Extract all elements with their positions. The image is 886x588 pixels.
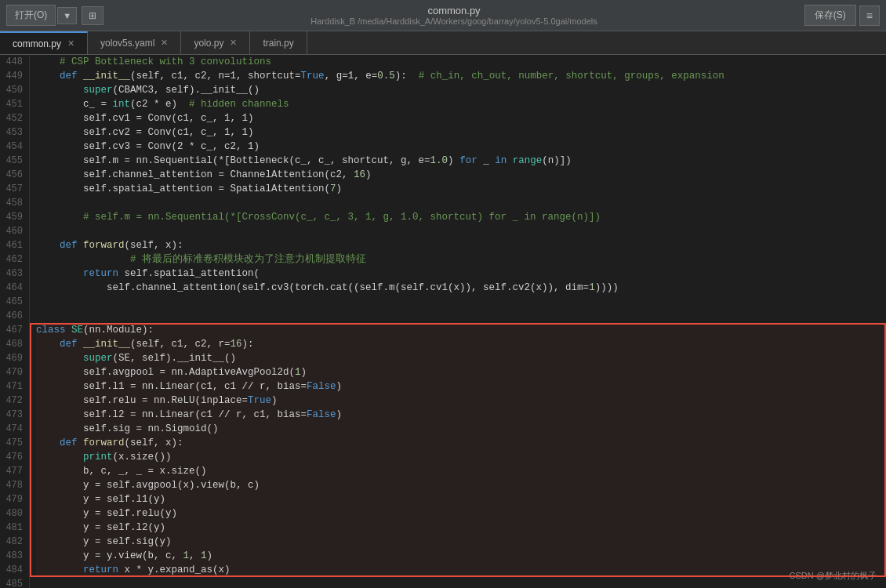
line-number: 462 [3,252,23,267]
code-line: super(SE, self).__init__() [36,351,886,365]
code-line: def forward(self, x): [36,238,886,252]
editor: 4484494504514524534544554564574584594604… [0,55,886,588]
line-number: 448 [3,55,23,69]
line-number: 463 [3,267,23,281]
line-number: 468 [3,337,23,351]
toolbar-left: 打开(O) ▼ ⊞ [6,5,103,26]
line-number: 458 [3,196,23,210]
tab-train[interactable]: train.py [250,31,307,54]
code-line: y = self.l1(y) [36,492,886,506]
code-line [36,224,886,238]
code-line: # self.m = nn.Sequential(*[CrossConv(c_,… [36,210,886,224]
code-line: self.spatial_attention = SpatialAttentio… [36,182,886,196]
layout-icon: ⊞ [89,10,96,21]
line-number: 465 [3,295,23,309]
code-line: def forward(self, x): [36,436,886,450]
tab-yolo[interactable]: yolo.py ✕ [181,31,250,54]
line-number: 455 [3,154,23,168]
line-number: 477 [3,464,23,478]
code-line [36,577,886,588]
line-number: 461 [3,238,23,252]
tab-train-label: train.py [263,38,293,49]
line-number: 476 [3,450,23,464]
code-line: self.l1 = nn.Linear(c1, c1 // r, bias=Fa… [36,379,886,394]
tab-common[interactable]: common.py ✕ [0,31,88,54]
code-line: y = self.relu(y) [36,506,886,521]
line-number: 451 [3,97,23,111]
code-line: self.sig = nn.Sigmoid() [36,422,886,436]
open-dropdown[interactable]: ▼ [57,7,77,24]
code-line: self.channel_attention(self.cv3(torch.ca… [36,281,886,295]
code-line: y = y.view(b, c, 1, 1) [36,549,886,563]
line-number: 480 [3,506,23,521]
line-number: 473 [3,408,23,422]
code-line: y = self.l2(y) [36,521,886,535]
line-number: 464 [3,281,23,295]
line-number: 484 [3,563,23,577]
open-label: 打开(O) [15,9,47,22]
toolbar: 打开(O) ▼ ⊞ common.py Harddisk_B /media/Ha… [0,0,886,31]
code-line: return x * y.expand_as(x) [36,563,886,577]
save-label: 保存(S) [815,9,846,20]
toolbar-right: 保存(S) ≡ [804,5,880,26]
code-line: def __init__(self, c1, c2, r=16): [36,337,886,351]
code-line [36,196,886,210]
open-button[interactable]: 打开(O) [6,5,56,26]
tab-yolo-close[interactable]: ✕ [230,38,237,48]
line-number: 479 [3,492,23,506]
code-line: # 将最后的标准卷积模块改为了注意力机制提取特征 [36,252,886,267]
tab-yolov5s-close[interactable]: ✕ [161,38,168,48]
layout-icon-button[interactable]: ⊞ [82,6,103,25]
line-number: 485 [3,577,23,588]
line-number: 474 [3,422,23,436]
code-line: b, c, _, _ = x.size() [36,464,886,478]
tab-yolo-label: yolo.py [194,38,223,49]
line-number: 467 [3,323,23,337]
tab-yolov5s[interactable]: yolov5s.yaml ✕ [88,31,181,54]
code-line: super(CBAMC3, self).__init__() [36,83,886,97]
code-line: y = self.avgpool(x).view(b, c) [36,478,886,492]
line-number: 454 [3,140,23,154]
line-number: 452 [3,111,23,125]
line-number: 469 [3,351,23,365]
code-line: return self.spatial_attention( [36,267,886,281]
code-line: self.cv3 = Conv(2 * c_, c2, 1) [36,140,886,154]
line-number: 478 [3,478,23,492]
tab-common-close[interactable]: ✕ [67,38,74,49]
code-line: self.cv2 = Conv(c1, c_, 1, 1) [36,125,886,140]
code-line: self.l2 = nn.Linear(c1 // r, c1, bias=Fa… [36,408,886,422]
code-line: y = self.sig(y) [36,535,886,549]
tab-common-label: common.py [13,38,61,49]
code-line: print(x.size()) [36,450,886,464]
line-number: 471 [3,379,23,394]
code-line: self.relu = nn.ReLU(inplace=True) [36,394,886,408]
menu-button[interactable]: ≡ [859,5,880,26]
line-number: 460 [3,224,23,238]
watermark: CSDN @梦北村的枫子 [790,570,877,582]
line-number: 481 [3,521,23,535]
line-numbers: 4484494504514524534544554564574584594604… [0,55,30,588]
code-line: self.cv1 = Conv(c1, c_, 1, 1) [36,111,886,125]
save-button[interactable]: 保存(S) [804,5,856,26]
dropdown-arrow: ▼ [63,11,71,20]
code-line: c_ = int(c2 * e) # hidden channels [36,97,886,111]
code-line [36,295,886,309]
code-line [36,309,886,323]
line-number: 475 [3,436,23,450]
line-number: 453 [3,125,23,140]
line-number: 457 [3,182,23,196]
toolbar-center: common.py Harddisk_B /media/Harddisk_A/W… [103,5,804,26]
line-number: 459 [3,210,23,224]
code-line: self.channel_attention = ChannelAttentio… [36,168,886,182]
line-number: 466 [3,309,23,323]
toolbar-path: Harddisk_B /media/Harddisk_A/Workers/goo… [103,16,804,26]
tab-yolov5s-label: yolov5s.yaml [100,38,154,49]
code-area[interactable]: # CSP Bottleneck with 3 convolutions def… [30,55,886,588]
line-number: 456 [3,168,23,182]
line-number: 470 [3,365,23,379]
line-number: 449 [3,69,23,83]
code-line: class SE(nn.Module): [36,323,886,337]
line-number: 482 [3,535,23,549]
code-line: # CSP Bottleneck with 3 convolutions [36,55,886,69]
line-number: 472 [3,394,23,408]
